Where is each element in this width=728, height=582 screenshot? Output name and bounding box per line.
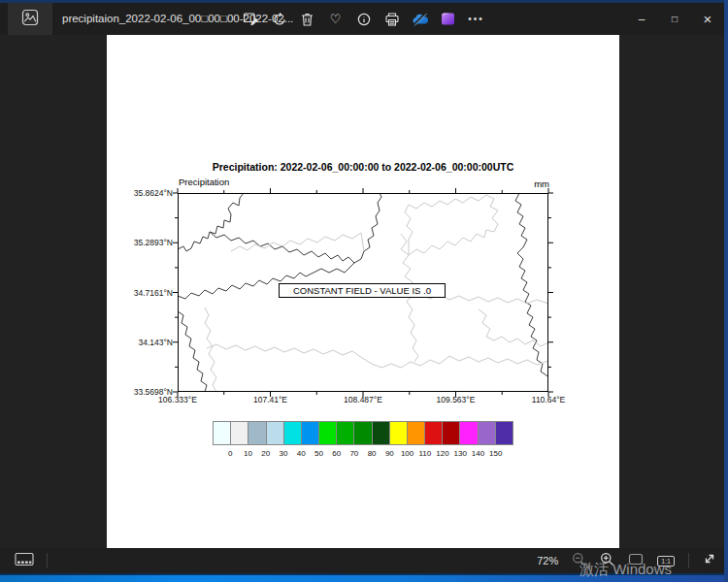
onedrive-button[interactable] bbox=[406, 3, 434, 35]
colorbar-label: 70 bbox=[349, 449, 358, 458]
statusbar-divider bbox=[688, 553, 689, 568]
photos-app-icon bbox=[21, 9, 39, 30]
delete-button[interactable] bbox=[293, 3, 321, 35]
heart-icon: ♡ bbox=[330, 13, 342, 25]
colorbar-segment bbox=[408, 422, 425, 444]
figure-left-label: Precipitation bbox=[179, 177, 229, 187]
app-menu-button[interactable] bbox=[8, 3, 52, 35]
photos-app-window: precipitaion_2022-02-06_00□00□00-2022-02… bbox=[0, 0, 728, 582]
clipchamp-button[interactable] bbox=[434, 3, 462, 35]
maximize-button[interactable]: □ bbox=[658, 3, 691, 35]
colorbar-segment bbox=[267, 422, 284, 444]
lon-tick-label: 110.64°E bbox=[519, 395, 578, 404]
see-more-button[interactable]: ••• bbox=[462, 3, 490, 35]
fullscreen-button[interactable] bbox=[703, 552, 716, 569]
constant-field-annotation: CONSTANT FIELD - VALUE IS .0 bbox=[279, 283, 446, 298]
colorbar-segment bbox=[460, 422, 478, 444]
trash-icon bbox=[300, 12, 314, 27]
colorbar-label: 150 bbox=[489, 449, 502, 458]
print-button[interactable] bbox=[378, 3, 406, 35]
lon-tick-label: 109.563°E bbox=[427, 395, 485, 404]
close-button[interactable]: × bbox=[691, 3, 724, 35]
colorbar-segment bbox=[302, 422, 319, 444]
colorbar-label: 80 bbox=[368, 449, 377, 458]
colorbar-label: 20 bbox=[261, 449, 270, 458]
content-area: Precipitation: 2022-02-06_00:00:00 to 20… bbox=[0, 35, 728, 548]
edit-image-button[interactable] bbox=[237, 3, 265, 35]
lat-tick-label: 35.8624°N bbox=[113, 188, 173, 198]
colorbar-segment bbox=[425, 422, 443, 444]
colorbar-label: 40 bbox=[297, 449, 306, 458]
colorbar-segment bbox=[248, 422, 266, 444]
lat-tick-label: 34.143°N bbox=[113, 338, 173, 347]
colorbar-segment bbox=[319, 422, 337, 444]
colorbar-label: 30 bbox=[279, 449, 287, 458]
print-icon bbox=[384, 12, 400, 27]
colorbar-segment bbox=[479, 422, 496, 444]
colorbar-label: 130 bbox=[454, 449, 467, 458]
toolbar: ♡ bbox=[237, 3, 490, 35]
colorbar-labels: 0102030405060708090100110120130140150 bbox=[213, 449, 513, 461]
colorbar-segment bbox=[496, 422, 513, 444]
colorbar-segment bbox=[390, 422, 408, 444]
file-info-button[interactable] bbox=[349, 3, 378, 35]
purple-app-icon bbox=[441, 12, 455, 26]
colorbar-label: 0 bbox=[228, 449, 232, 458]
filmstrip-toggle-button[interactable] bbox=[8, 550, 41, 571]
titlebar: precipitaion_2022-02-06_00□00□00-2022-02… bbox=[0, 3, 728, 35]
colorbar-label: 100 bbox=[401, 449, 414, 458]
colorbar-label: 140 bbox=[472, 449, 484, 458]
minimize-button[interactable]: – bbox=[625, 3, 658, 35]
favorite-button[interactable]: ♡ bbox=[321, 3, 349, 35]
zoom-level[interactable]: 72% bbox=[537, 555, 558, 566]
lon-tick-label: 106.333°E bbox=[149, 395, 207, 404]
colorbar-segment bbox=[443, 422, 460, 444]
ellipsis-icon: ••• bbox=[468, 14, 484, 24]
lat-tick-label: 35.2893°N bbox=[113, 238, 173, 247]
colorbar-label: 50 bbox=[314, 449, 323, 458]
colorbar-label: 60 bbox=[332, 449, 341, 458]
colorbar-segment bbox=[373, 422, 390, 444]
info-icon bbox=[356, 12, 372, 27]
filmstrip-icon bbox=[15, 552, 34, 570]
colorbar-label: 110 bbox=[418, 449, 431, 458]
colorbar-label: 10 bbox=[244, 449, 252, 458]
colorbar-segments bbox=[213, 421, 513, 445]
lon-tick-label: 108.487°E bbox=[334, 395, 392, 404]
colorbar-segment bbox=[214, 422, 231, 444]
lon-tick-label: 107.41°E bbox=[242, 395, 300, 404]
colorbar-segment bbox=[284, 422, 302, 444]
onedrive-cloud-icon bbox=[411, 12, 429, 27]
fullscreen-icon bbox=[703, 552, 716, 569]
image-canvas[interactable]: Precipitation: 2022-02-06_00:00:00 to 20… bbox=[107, 35, 619, 548]
desktop-right-edge bbox=[724, 0, 728, 582]
colorbar-label: 90 bbox=[385, 449, 394, 458]
colorbar-label: 120 bbox=[436, 449, 448, 458]
edit-image-icon bbox=[243, 11, 259, 27]
rotate-button[interactable] bbox=[265, 3, 293, 35]
figure-title: Precipitation: 2022-02-06_00:00:00 to 20… bbox=[107, 161, 619, 173]
figure-units-label: mm bbox=[514, 178, 549, 189]
rotate-icon bbox=[272, 12, 287, 27]
colorbar-segment bbox=[337, 422, 354, 444]
statusbar-divider bbox=[47, 553, 48, 568]
colorbar-segment bbox=[354, 422, 372, 444]
desktop-top-edge bbox=[0, 0, 728, 3]
activate-windows-watermark: 激活 Windows bbox=[579, 561, 672, 579]
window-controls: – □ × bbox=[625, 3, 724, 35]
lat-tick-label: 34.7161°N bbox=[113, 288, 173, 298]
colorbar-segment bbox=[231, 422, 248, 444]
